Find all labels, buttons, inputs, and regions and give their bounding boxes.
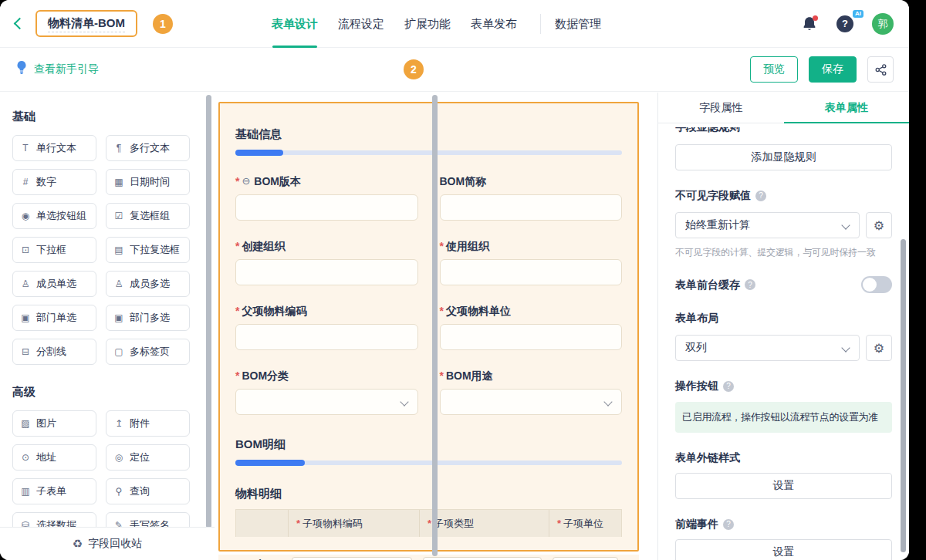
field-parent-material-code[interactable]: *父项物料编码 <box>235 304 418 350</box>
image-icon: ▨ <box>20 418 31 429</box>
parent-material-unit-input[interactable] <box>440 324 623 350</box>
field-type-dept-multi[interactable]: ▣部门多选 <box>106 305 190 331</box>
group-title-bom-detail: BOM明细 <box>235 437 622 452</box>
field-type-member-multi[interactable]: ♙成员多选 <box>106 271 190 297</box>
invisible-field-assign-select[interactable]: 始终重新计算 <box>675 212 860 238</box>
field-type-multi-tab[interactable]: ▢多标签页 <box>106 339 190 365</box>
canvas-scrollbar[interactable] <box>432 95 438 556</box>
invisible-field-assign-heading: 不可见字段赋值? <box>675 189 892 202</box>
field-type-location[interactable]: ◎定位 <box>106 444 190 471</box>
parent-material-code-input[interactable] <box>235 324 418 350</box>
field-type-member-single[interactable]: ♙成员单选 <box>12 271 96 297</box>
tab-field-properties[interactable]: 字段属性 <box>658 93 784 123</box>
form-layout-heading: 表单布局 <box>675 312 892 325</box>
gear-icon[interactable]: ⚙ <box>866 212 892 238</box>
front-cache-heading: 表单前台缓存? <box>675 278 755 292</box>
notification-bell-icon[interactable] <box>801 15 818 32</box>
tab-extensions[interactable]: 扩展功能 <box>404 0 451 48</box>
front-cache-toggle[interactable] <box>861 276 892 293</box>
field-bom-version[interactable]: *⊖BOM版本 <box>235 174 418 221</box>
field-bom-abbr[interactable]: BOM简称 <box>440 174 623 221</box>
divider-progress-1 <box>235 150 622 156</box>
field-recycle-bin[interactable]: ♻ 字段回收站 <box>0 527 215 560</box>
tab-form-properties[interactable]: 表单属性 <box>784 93 910 123</box>
help-tip-icon[interactable]: ? <box>723 519 734 530</box>
external-link-style-heading: 表单外链样式 <box>675 451 892 464</box>
save-button[interactable]: 保存 <box>809 56 857 83</box>
field-type-multi-dropdown[interactable]: ▤下拉复选框 <box>106 237 190 263</box>
form-canvas-highlight[interactable]: 基础信息 *⊖BOM版本 BOM简称 *创建组织 <box>218 102 639 552</box>
bom-category-select[interactable] <box>235 389 418 415</box>
field-type-dropdown[interactable]: ⊡下拉框 <box>12 237 96 263</box>
use-org-input[interactable] <box>440 259 623 285</box>
multi-tab-icon: ▢ <box>113 346 124 357</box>
multi-line-text-icon: ¶ <box>113 143 124 153</box>
properties-panel: 字段属性 表单属性 字段显隐规则 添加显隐规则 不可见字段赋值? 始终重新计算 … <box>657 93 909 560</box>
field-bom-category[interactable]: *BOM分类 <box>235 369 418 415</box>
form-layout-select[interactable]: 双列 <box>675 335 860 361</box>
field-type-radio-group[interactable]: ◉单选按钮组 <box>12 203 96 229</box>
field-type-dept-single[interactable]: ▣部门单选 <box>12 305 96 331</box>
notification-dot <box>813 15 818 21</box>
sidebar-scrollbar[interactable] <box>206 95 211 528</box>
multi-dropdown-icon: ▤ <box>113 245 124 255</box>
form-title-box[interactable]: 物料清单-BOM <box>35 10 137 37</box>
field-type-query[interactable]: ⚲查询 <box>106 478 190 504</box>
recycle-icon: ♻ <box>73 537 83 551</box>
tab-form-publish[interactable]: 表单发布 <box>471 0 517 48</box>
create-org-input[interactable] <box>235 259 418 285</box>
bom-abbr-input[interactable] <box>440 194 623 221</box>
form-designer-window: 物料清单-BOM 1 表单设计 流程设定 扩展功能 表单发布 数据管理 ? AI… <box>0 0 909 560</box>
external-link-style-settings-button[interactable]: 设置 <box>675 473 892 499</box>
preview-button[interactable]: 预览 <box>750 56 798 83</box>
bom-usage-select[interactable] <box>440 389 623 415</box>
tab-flow-setting[interactable]: 流程设定 <box>338 0 384 48</box>
field-type-address[interactable]: ⊙地址 <box>12 444 96 471</box>
tab-data-management[interactable]: 数据管理 <box>555 0 601 48</box>
bom-version-input[interactable] <box>235 194 418 221</box>
back-icon[interactable] <box>14 18 26 30</box>
tab-form-design[interactable]: 表单设计 <box>272 0 318 48</box>
form-title: 物料清单-BOM <box>48 16 125 32</box>
row-cell-select[interactable] <box>423 557 542 560</box>
group-title-basic-info: 基础信息 <box>235 127 622 142</box>
field-type-checkbox-group[interactable]: ☑复选框组 <box>106 203 190 229</box>
field-type-attachment[interactable]: ↥附件 <box>106 410 190 437</box>
help-tip-icon[interactable]: ? <box>723 381 734 392</box>
flow-enabled-notice: 已启用流程，操作按钮以流程节点的设置为准 <box>675 402 892 433</box>
field-type-divider[interactable]: ⊟分割线 <box>12 339 96 365</box>
help-icon[interactable]: ? AI <box>836 15 853 32</box>
field-type-subform[interactable]: ▥子表单 <box>12 478 96 504</box>
subtable-col-child-type[interactable]: *子项类型 <box>420 510 549 537</box>
field-type-image[interactable]: ▨图片 <box>12 410 96 437</box>
field-library-sidebar: 基础 T单行文本 ¶多行文本 #数字 ▦日期时间 ◉单选按钮组 ☑复选框组 ⊡下… <box>0 93 202 560</box>
subtable-col-child-unit[interactable]: *子项单位 <box>549 510 621 537</box>
beginner-guide-link[interactable]: 查看新手引导 <box>34 62 99 76</box>
row-cell-input[interactable] <box>553 557 618 560</box>
subtable-col-child-code[interactable]: *子项物料编码 <box>289 510 420 537</box>
member-single-icon: ♙ <box>20 278 31 289</box>
linked-field-icon: ⊖ <box>242 174 250 188</box>
dropdown-icon: ⊡ <box>20 245 31 255</box>
field-bom-usage[interactable]: *BOM用途 <box>440 369 623 415</box>
avatar[interactable]: 郭 <box>872 13 894 35</box>
row-cell-input[interactable] <box>292 557 412 560</box>
field-create-org[interactable]: *创建组织 <box>235 239 418 285</box>
field-type-multi-line-text[interactable]: ¶多行文本 <box>106 135 190 161</box>
address-icon: ⊙ <box>20 452 31 463</box>
help-tip-icon[interactable]: ? <box>755 191 766 201</box>
field-type-datetime[interactable]: ▦日期时间 <box>106 169 190 195</box>
field-use-org[interactable]: *使用组织 <box>440 239 623 285</box>
help-tip-icon[interactable]: ? <box>745 279 755 290</box>
dept-multi-icon: ▣ <box>113 312 124 323</box>
frontend-event-settings-button[interactable]: 设置 <box>675 539 892 560</box>
field-type-number[interactable]: #数字 <box>12 169 96 195</box>
panel-scrollbar[interactable] <box>901 239 906 552</box>
invisible-field-hint: 不可见字段的计算、提交逻辑，与可见时保持一致 <box>675 246 892 259</box>
field-type-single-line-text[interactable]: T单行文本 <box>12 135 96 161</box>
share-icon[interactable] <box>867 56 894 83</box>
gear-icon[interactable]: ⚙ <box>866 335 892 361</box>
field-parent-material-unit[interactable]: *父项物料单位 <box>440 304 623 350</box>
subtable-header-row: *子项物料编码 *子项类型 *子项单位 <box>235 509 622 537</box>
add-visibility-rule-button[interactable]: 添加显隐规则 <box>675 144 892 170</box>
